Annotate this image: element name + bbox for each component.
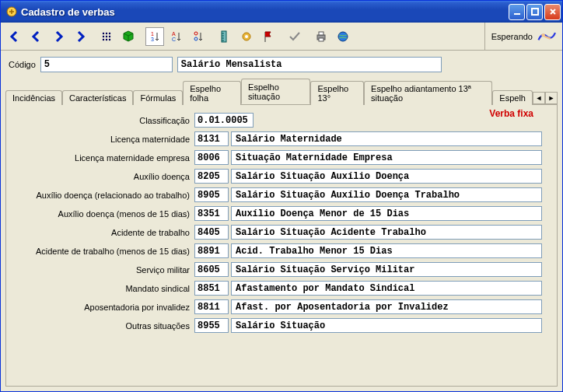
svg-point-8: [109, 35, 110, 37]
svg-point-9: [103, 38, 104, 40]
sort-numeric-button[interactable]: 13: [145, 27, 164, 46]
relax-icon: [537, 28, 558, 45]
svg-rect-23: [319, 38, 323, 41]
svg-text:C: C: [172, 37, 176, 42]
tab-scroll: ◄ ►: [533, 92, 558, 104]
check-icon[interactable]: [285, 27, 304, 46]
tab-scroll-left[interactable]: ◄: [533, 92, 545, 104]
field-row: Licença maternidade empresa: [11, 150, 552, 165]
field-code-input[interactable]: [194, 299, 229, 314]
field-desc-input[interactable]: [231, 299, 542, 314]
nav-last-button[interactable]: [71, 27, 89, 46]
field-row: Licença maternidade: [11, 131, 552, 146]
svg-point-6: [103, 35, 104, 37]
globe-icon[interactable]: [334, 27, 352, 46]
field-desc-input[interactable]: [231, 206, 542, 221]
toolbar-status: Esperando: [484, 23, 558, 50]
print-icon[interactable]: [312, 27, 330, 46]
cube-icon[interactable]: [119, 27, 138, 46]
svg-text:A: A: [172, 31, 176, 37]
field-label: Auxílio doença (relacionado ao trabalho): [11, 191, 194, 200]
svg-point-11: [109, 38, 110, 40]
classification-row: Classificação: [11, 113, 552, 128]
svg-point-5: [109, 32, 110, 33]
field-code-input[interactable]: [194, 131, 229, 146]
svg-point-17: [194, 37, 198, 40]
tab-espelh[interactable]: Espelh: [492, 90, 533, 105]
field-code-input[interactable]: [194, 318, 229, 333]
field-desc-input[interactable]: [231, 150, 542, 165]
code-label: Código: [9, 60, 36, 69]
svg-rect-2: [532, 9, 538, 15]
tab-espelho-13-[interactable]: Espelho 13°: [310, 81, 364, 105]
app-window: Cadastro de verbas 13 AC: [0, 0, 563, 392]
field-desc-input[interactable]: [231, 225, 542, 240]
minimize-button[interactable]: [509, 4, 525, 20]
svg-text:1: 1: [151, 31, 154, 37]
close-button[interactable]: [544, 4, 561, 20]
nav-first-button[interactable]: [5, 27, 24, 46]
field-code-input[interactable]: [194, 243, 229, 258]
tab-espelho-adiantamento-13-situa-o[interactable]: Espelho adiantamento 13ª situação: [364, 81, 492, 105]
field-code-input[interactable]: [194, 150, 229, 165]
sort-custom-button[interactable]: [189, 27, 208, 46]
field-desc-input[interactable]: [231, 187, 542, 202]
code-input[interactable]: [40, 57, 173, 72]
svg-point-7: [106, 35, 107, 37]
tab-caracter-sticas[interactable]: Características: [62, 90, 133, 105]
ruler-icon[interactable]: [215, 27, 234, 46]
field-label: Auxílio doença (menos de 15 dias): [11, 209, 194, 219]
field-code-input[interactable]: [194, 262, 229, 277]
field-code-input[interactable]: [194, 187, 229, 202]
tab-scroll-right[interactable]: ►: [545, 92, 558, 104]
field-code-input[interactable]: [194, 225, 229, 240]
field-label: Acidente de trabalho: [11, 228, 194, 237]
field-row: Aposentadoria por invalidez: [11, 299, 552, 314]
app-icon: [5, 5, 18, 18]
tab-f-rmulas[interactable]: Fórmulas: [133, 90, 183, 105]
field-code-input[interactable]: [194, 281, 229, 296]
description-input[interactable]: [177, 57, 442, 72]
gear-icon[interactable]: [237, 27, 256, 46]
nav-prev-button[interactable]: [27, 27, 46, 46]
field-row: Auxílio doença: [11, 169, 552, 184]
tab-espelho-situa-o[interactable]: Espelho situação: [241, 79, 310, 104]
field-label: Serviço militar: [11, 265, 194, 275]
field-label: Aposentadoria por invalidez: [11, 303, 194, 312]
field-label: Acidente de trabalho (menos de 15 dias): [11, 247, 194, 256]
status-label: Esperando: [491, 32, 533, 41]
header-form: Código: [1, 51, 562, 74]
svg-text:3: 3: [151, 37, 154, 42]
field-row: Serviço militar: [11, 262, 552, 277]
field-label: Licença maternidade empresa: [11, 153, 194, 163]
window-controls: [509, 4, 561, 20]
tab-espelho-folha[interactable]: Espelho folha: [183, 81, 241, 105]
titlebar: Cadastro de verbas: [1, 1, 562, 23]
field-desc-input[interactable]: [231, 169, 542, 184]
tab-content: Verba fixa Classificação Licença materni…: [5, 105, 558, 387]
field-code-input[interactable]: [194, 169, 229, 184]
field-code-input[interactable]: [194, 206, 229, 221]
maximize-button[interactable]: [526, 4, 543, 20]
nav-next-button[interactable]: [49, 27, 68, 46]
field-desc-input[interactable]: [231, 262, 542, 277]
tab-incid-ncias[interactable]: Incidências: [5, 90, 62, 105]
classification-input[interactable]: [194, 113, 254, 128]
svg-point-16: [194, 32, 198, 35]
field-row: Outras situações: [11, 318, 552, 333]
svg-point-4: [106, 32, 107, 33]
grid-icon[interactable]: [97, 27, 116, 46]
sort-alpha-button[interactable]: AC: [167, 27, 186, 46]
field-desc-input[interactable]: [231, 243, 542, 258]
svg-point-24: [338, 32, 348, 41]
svg-rect-1: [514, 13, 520, 15]
field-desc-input[interactable]: [231, 318, 542, 333]
field-desc-input[interactable]: [231, 281, 542, 296]
field-label: Mandato sindical: [11, 284, 194, 293]
flag-icon[interactable]: [259, 27, 278, 46]
svg-rect-22: [319, 32, 323, 35]
field-label: Auxílio doença: [11, 172, 194, 181]
window-title: Cadastro de verbas: [21, 6, 509, 18]
field-desc-input[interactable]: [231, 131, 542, 146]
verba-fixa-badge: Verba fixa: [489, 108, 533, 119]
